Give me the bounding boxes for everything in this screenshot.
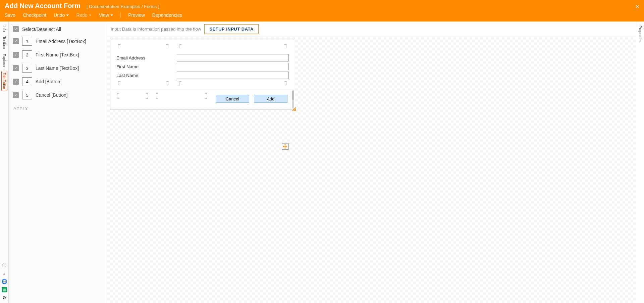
form-row-last-name: Last Name — [116, 72, 289, 79]
input-cell-placeholder — [177, 43, 288, 50]
canvas-wrap: Input Data is information passed into th… — [107, 21, 636, 303]
last-name-input[interactable] — [177, 72, 289, 79]
left-rail: Info Toolbox Explorer Tab Editor ⓘ ▲ 💬 ▤… — [0, 21, 9, 303]
item-checkbox[interactable]: ✓ — [13, 38, 19, 44]
input-data-bar: Input Data is information passed into th… — [107, 21, 636, 37]
tab-item-row: ✓ 4 Add [Button] — [13, 77, 103, 86]
order-input[interactable]: 5 — [22, 91, 32, 99]
document-icon[interactable]: ▤ — [2, 287, 7, 292]
save-button[interactable]: Save — [5, 12, 15, 18]
button-cell-placeholder-group — [116, 92, 223, 101]
item-checkbox[interactable]: ✓ — [13, 79, 19, 85]
item-checkbox[interactable]: ✓ — [13, 52, 19, 58]
input-cell-placeholder — [177, 80, 288, 87]
order-input[interactable]: 2 — [22, 50, 32, 59]
label-cell-placeholder — [116, 80, 170, 87]
rail-tab-properties[interactable]: Properties — [638, 24, 643, 303]
item-label: Cancel [Button] — [36, 92, 68, 98]
first-name-input[interactable] — [177, 63, 289, 70]
input-data-text: Input Data is information passed into th… — [111, 27, 201, 32]
item-label: Add [Button] — [36, 79, 61, 84]
order-input[interactable]: 1 — [22, 37, 32, 46]
email-label: Email Address — [116, 55, 177, 60]
app-header: Add New Account Form [ Documentation Exa… — [0, 0, 644, 21]
header-toolbar: Save Checkpoint Undo Redo View Preview D… — [5, 12, 639, 18]
tab-item-row: ✓ 1 Email Address [TextBox] — [13, 37, 103, 46]
last-name-label: Last Name — [116, 73, 177, 78]
design-canvas[interactable]: Email Address First Name Last Name — [107, 37, 636, 303]
form-row-email: Email Address — [116, 54, 289, 61]
add-button[interactable]: Add — [254, 95, 287, 103]
rail-tab-tab-editor[interactable]: Tab Editor — [1, 71, 7, 91]
form-fields-section: Email Address First Name Last Name — [110, 40, 295, 89]
item-checkbox[interactable]: ✓ — [13, 92, 19, 98]
page-title: Add New Account Form — [5, 2, 80, 10]
chevron-down-icon — [89, 14, 92, 16]
tab-editor-panel: ✓ Select/Deselect All ✓ 1 Email Address … — [9, 21, 107, 303]
first-name-label: First Name — [116, 64, 177, 69]
close-icon[interactable]: × — [635, 3, 639, 10]
warning-icon[interactable]: ▲ — [2, 271, 7, 276]
preview-button[interactable]: Preview — [128, 12, 145, 18]
section-scrollbar[interactable] — [292, 90, 294, 109]
item-label: Last Name [TextBox] — [36, 66, 79, 71]
apply-button[interactable]: APPLY — [13, 104, 29, 113]
right-rail: Properties — [636, 21, 644, 303]
form-container[interactable]: Email Address First Name Last Name — [110, 40, 295, 110]
gear-icon[interactable]: ⚙ — [2, 295, 7, 300]
select-all-row: ✓ Select/Deselect All — [13, 26, 103, 32]
undo-button[interactable]: Undo — [54, 12, 69, 18]
redo-label: Redo — [76, 12, 87, 18]
breadcrumb[interactable]: [ Documentation Examples / Forms ] — [87, 4, 159, 9]
form-buttons-section: Cancel Add — [110, 89, 295, 110]
rail-bottom-icons: ⓘ ▲ 💬 ▤ ⚙ — [2, 263, 7, 303]
redo-button[interactable]: Redo — [76, 12, 91, 18]
item-label: First Name [TextBox] — [36, 52, 79, 57]
move-handle-icon[interactable] — [282, 143, 288, 150]
label-cell-placeholder — [116, 43, 170, 50]
resize-handle-icon[interactable] — [292, 106, 296, 111]
tab-item-row: ✓ 3 Last Name [TextBox] — [13, 64, 103, 73]
view-label: View — [99, 12, 109, 18]
item-label: Email Address [TextBox] — [36, 39, 86, 44]
rail-tab-toolbox[interactable]: Toolbox — [2, 35, 7, 50]
order-input[interactable]: 4 — [22, 77, 32, 86]
chevron-down-icon — [110, 14, 113, 16]
rail-tab-explorer[interactable]: Explorer — [2, 52, 7, 69]
main-area: Info Toolbox Explorer Tab Editor ⓘ ▲ 💬 ▤… — [0, 21, 644, 303]
form-row-first-name: First Name — [116, 63, 289, 70]
checkpoint-button[interactable]: Checkpoint — [23, 12, 46, 18]
select-all-checkbox[interactable]: ✓ — [13, 26, 19, 32]
dependencies-button[interactable]: Dependencies — [152, 12, 182, 18]
select-all-label: Select/Deselect All — [22, 27, 61, 32]
tab-item-row: ✓ 5 Cancel [Button] — [13, 91, 103, 99]
setup-input-data-button[interactable]: SETUP INPUT DATA — [204, 24, 259, 34]
item-checkbox[interactable]: ✓ — [13, 65, 19, 71]
chevron-down-icon — [66, 14, 69, 16]
toolbar-separator — [120, 12, 121, 18]
order-input[interactable]: 3 — [22, 64, 32, 73]
info-circle-icon[interactable]: ⓘ — [2, 263, 7, 268]
rail-tab-info[interactable]: Info — [2, 24, 7, 33]
tab-item-row: ✓ 2 First Name [TextBox] — [13, 50, 103, 59]
email-input[interactable] — [177, 54, 289, 61]
undo-label: Undo — [54, 12, 65, 18]
view-button[interactable]: View — [99, 12, 113, 18]
chat-icon[interactable]: 💬 — [2, 279, 7, 284]
